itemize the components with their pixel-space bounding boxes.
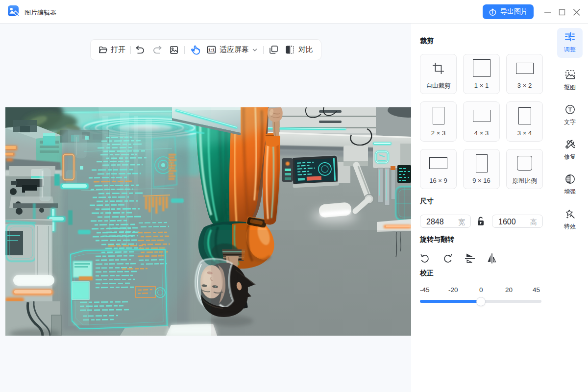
svg-text:1:1: 1:1 xyxy=(208,48,215,52)
